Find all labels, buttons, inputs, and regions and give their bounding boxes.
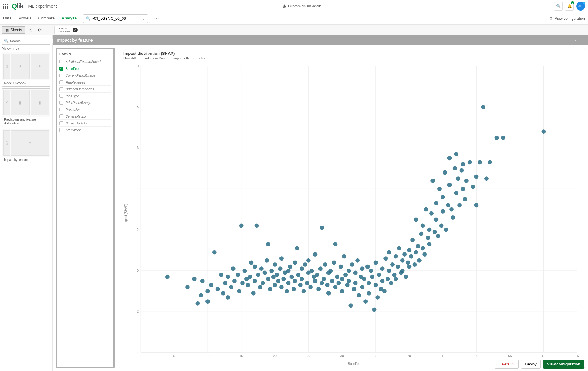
presence-dot [583, 2, 585, 4]
model-more-icon[interactable]: ⋯ [154, 15, 160, 21]
sliders-icon: ⚙ [549, 16, 553, 21]
notif-badge: 7 [571, 1, 574, 4]
search-icon: 🔍 [556, 4, 561, 8]
tab-compare[interactable]: Compare [38, 13, 54, 24]
selection-forward-icon[interactable]: ⟳ [36, 26, 44, 34]
search-button[interactable]: 🔍 [554, 2, 563, 11]
sheets-icon: ▦ [5, 28, 9, 32]
filter-value: BaseFee [57, 30, 70, 33]
tab-models[interactable]: Models [18, 13, 31, 24]
view-config-label: View configuration [555, 16, 585, 21]
view-config-link[interactable]: ⚙ View configuration [544, 12, 585, 24]
selection-back-icon[interactable]: ⟲ [27, 26, 35, 34]
search-icon: 🔍 [86, 16, 90, 21]
notifications-button[interactable]: 🔔 7 [565, 2, 574, 11]
flask-icon: ⚗ [282, 4, 286, 9]
sheets-label: Sheets [11, 28, 22, 32]
model-search-input[interactable] [92, 16, 140, 21]
tab-data[interactable]: Data [3, 13, 11, 24]
qlik-logo: Qlik [12, 2, 24, 10]
page-title: ML experiment [28, 4, 57, 9]
model-selector[interactable]: 🔍 ⌄ [83, 14, 148, 23]
experiment-chip[interactable]: ⚗ Custom churn again [282, 4, 321, 9]
filter-clear-icon[interactable]: ✕ [73, 28, 78, 32]
filter-title: Feature [57, 27, 70, 30]
tab-analyze[interactable]: Analyze [62, 13, 77, 24]
app-launcher-icon[interactable] [3, 4, 8, 9]
avatar[interactable]: JK [576, 2, 585, 11]
chevron-down-icon: ⌄ [142, 16, 145, 21]
sheets-button[interactable]: ▦ Sheets [2, 26, 25, 34]
bell-icon: 🔔 [567, 4, 572, 8]
avatar-initials: JK [578, 4, 583, 8]
selection-tool-icon[interactable]: ⬚ [45, 26, 53, 34]
filter-chip[interactable]: Feature BaseFee ✕ [54, 26, 80, 34]
more-icon[interactable]: ⋯ [323, 3, 329, 9]
experiment-name: Custom churn again [288, 4, 321, 8]
